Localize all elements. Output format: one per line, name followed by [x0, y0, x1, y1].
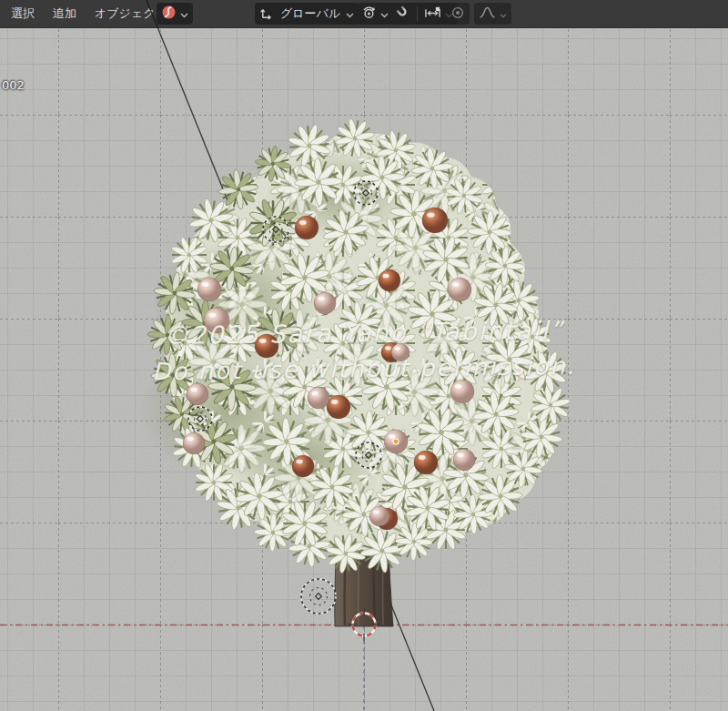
mode-dropdown[interactable] [157, 3, 193, 25]
menu-bar: 選択 追加 オブジェクト [2, 0, 177, 27]
ornament-copper[interactable] [422, 208, 448, 233]
orientation-label: グローバル [278, 5, 342, 22]
magnet-icon [395, 5, 410, 23]
ornament-copper[interactable] [292, 455, 314, 477]
ornament-pearl[interactable] [308, 387, 329, 409]
header-toolbar: 選択 追加 オブジェクト グローバル [0, 0, 728, 28]
ornament-pearl[interactable] [448, 278, 471, 301]
chevron-down-icon [346, 7, 354, 21]
divider [417, 6, 418, 21]
ornament-pearl[interactable] [453, 449, 475, 471]
ornament-copper[interactable] [379, 269, 400, 291]
ornament-pearl[interactable] [183, 432, 205, 454]
pivot-point-dropdown[interactable] [357, 3, 393, 25]
falloff-curve-icon [479, 5, 496, 22]
ornament-pearl[interactable] [187, 383, 208, 405]
proportional-editing-icon [450, 5, 465, 23]
ornament-pearl[interactable] [384, 430, 408, 453]
blender-window: 002 ©2025 Sara Yano “Tabintail” Do not u… [0, 0, 728, 711]
ornament-copper[interactable] [327, 395, 350, 419]
object-origin-dot [393, 439, 399, 444]
ornament-copper[interactable] [414, 451, 438, 474]
ornament-pearl[interactable] [314, 292, 336, 314]
chevron-down-icon [180, 7, 188, 21]
menu-add[interactable]: 追加 [44, 0, 86, 27]
chevron-down-icon [380, 7, 389, 21]
ornament-pearl[interactable] [197, 278, 221, 301]
ornament-pearl[interactable] [369, 506, 389, 526]
pivot-point-icon [361, 5, 377, 23]
transform-orientation-dropdown[interactable]: グローバル [255, 3, 359, 25]
matcap-sphere-icon [161, 5, 177, 23]
ornament-pearl[interactable] [450, 380, 474, 403]
object-name-label: 002 [2, 78, 25, 92]
proportional-editing-toggle[interactable] [445, 3, 470, 25]
proportional-falloff-dropdown[interactable] [474, 3, 511, 25]
transform-orientation-icon [259, 5, 275, 23]
menu-select[interactable]: 選択 [2, 0, 44, 27]
snap-target-icon [424, 6, 441, 22]
chevron-down-icon [500, 7, 507, 21]
ornament-copper[interactable] [295, 216, 318, 239]
